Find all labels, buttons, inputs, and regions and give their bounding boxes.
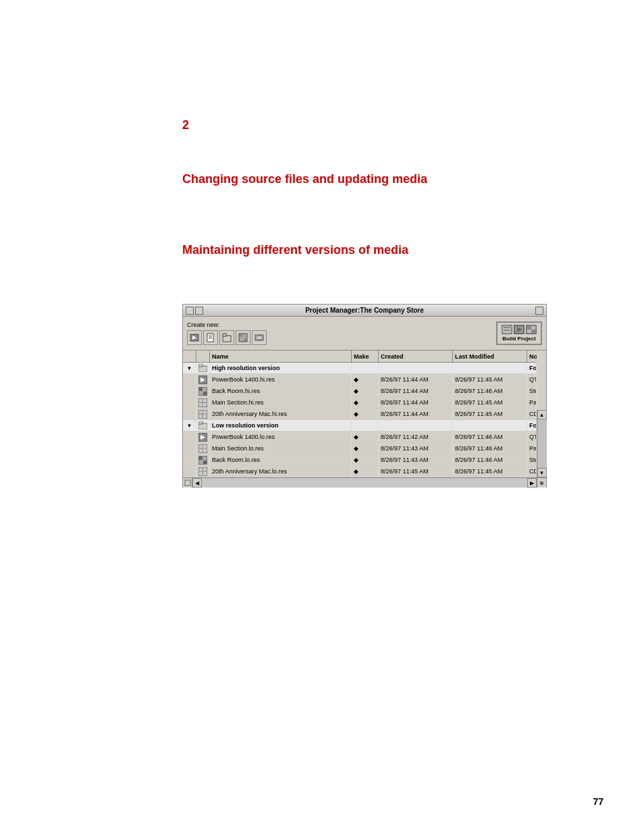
group-2-make <box>352 420 379 431</box>
zoom-button[interactable] <box>195 307 203 315</box>
row-3-name: Main Section.hi.res <box>210 397 352 408</box>
svg-rect-42 <box>199 457 203 460</box>
row-2-created: 8/26/97 11:44 AM <box>379 386 453 396</box>
row-6-make: ◆ <box>352 443 379 454</box>
table-row: Back Room.hi.res ◆ 8/26/97 11:44 AM 8/26… <box>183 386 537 397</box>
build-project-button[interactable]: Build Project <box>496 321 542 345</box>
col-make: Make <box>352 350 379 362</box>
col-name: Name <box>210 350 352 362</box>
bottom-bar: ◀ ▶ ⊕ <box>183 477 546 487</box>
scroll-right-button[interactable]: ▶ <box>527 478 537 488</box>
create-new-label: Create new: <box>187 321 267 328</box>
row-6-notes: Panorama of main part of store <box>527 443 537 454</box>
row-4-created: 8/26/97 11:44 AM <box>379 409 453 419</box>
group-1-modified <box>453 363 527 373</box>
scroll-up-button[interactable]: ▲ <box>537 410 547 419</box>
row-4-icon <box>196 409 210 419</box>
group-1-expand[interactable]: ▼ <box>183 363 196 373</box>
svg-rect-27 <box>203 392 207 395</box>
row-5-expand <box>183 432 196 442</box>
col-icon <box>196 350 210 362</box>
row-2-name: Back Room.hi.res <box>210 386 352 396</box>
group-2-expand[interactable]: ▼ <box>183 420 196 431</box>
resize-button[interactable] <box>535 307 543 315</box>
scroll-left-button[interactable]: ◀ <box>192 478 202 488</box>
build-icon-3 <box>526 325 537 334</box>
table-row: Back Room.lo.res ◆ 8/26/97 11:43 AM 8/26… <box>183 454 537 466</box>
group-1-icon <box>196 363 210 373</box>
close-button[interactable] <box>186 307 194 315</box>
col-modified: Last Modified <box>453 350 527 362</box>
table-row: PowerBook 1400.lo.res ◆ 8/26/97 11:42 AM… <box>183 432 537 443</box>
toolbar: Create new: <box>183 317 546 350</box>
row-3-icon <box>196 397 210 408</box>
new-movie-icon[interactable] <box>187 330 202 345</box>
row-6-created: 8/26/97 11:43 AM <box>379 443 453 454</box>
new-scene-icon[interactable] <box>236 330 250 345</box>
svg-rect-26 <box>199 388 203 391</box>
svg-rect-14 <box>504 327 510 328</box>
vertical-scrollbar[interactable]: ▲ ▼ <box>537 410 546 477</box>
bottom-left-icon <box>183 478 192 488</box>
row-4-modified: 8/26/97 11:45 AM <box>453 409 527 419</box>
row-1-modified: 8/26/97 11:45 AM <box>453 374 527 385</box>
window-title: Project Manager:The Company Store <box>305 307 424 314</box>
row-5-icon <box>196 432 210 442</box>
row-7-make: ◆ <box>352 454 379 465</box>
group-2-notes: For distribution over the Web <box>527 420 537 431</box>
row-4-notes: CD door opens and closes <box>527 409 537 419</box>
row-8-notes: CD door opens and closes <box>527 466 537 477</box>
svg-rect-15 <box>504 330 510 331</box>
new-folder-icon[interactable] <box>219 330 234 345</box>
title-bar-controls <box>186 307 203 315</box>
row-6-name: Main Section.lo.res <box>210 443 352 454</box>
scroll-track-h <box>202 478 527 488</box>
svg-point-10 <box>244 338 246 341</box>
chapter-number: 2 <box>182 118 189 132</box>
row-5-make: ◆ <box>352 432 379 442</box>
table-header: Name Make Created Last Modified Notes <box>183 350 537 363</box>
row-8-make: ◆ <box>352 466 379 477</box>
row-4-make: ◆ <box>352 409 379 419</box>
row-4-expand <box>183 409 196 419</box>
row-5-modified: 8/26/97 11:46 AM <box>453 432 527 442</box>
table-row: PowerBook 1400.hi.res ◆ 8/26/97 11:44 AM… <box>183 374 537 386</box>
group-1-created <box>379 363 453 373</box>
row-7-modified: 8/26/97 11:46 AM <box>453 454 527 465</box>
project-manager-window: Project Manager:The Company Store Create… <box>182 304 547 488</box>
row-2-expand <box>183 386 196 396</box>
svg-rect-7 <box>223 334 226 336</box>
table-area: Name Make Created Last Modified Notes ▼ <box>183 350 546 477</box>
row-3-modified: 8/26/97 11:45 AM <box>453 397 527 408</box>
row-8-icon <box>196 466 210 477</box>
svg-rect-20 <box>531 330 535 334</box>
row-2-modified: 8/26/97 11:46 AM <box>453 386 527 396</box>
col-notes: Notes <box>527 350 537 362</box>
row-3-created: 8/26/97 11:44 AM <box>379 397 453 408</box>
row-4-name: 20th Anniversary Mac.hi.res <box>210 409 352 419</box>
group-2-modified <box>453 420 527 431</box>
row-6-icon <box>196 443 210 454</box>
build-project-label: Build Project <box>502 336 535 342</box>
row-8-name: 20th Anniversary Mac.lo.res <box>210 466 352 477</box>
row-2-make: ◆ <box>352 386 379 396</box>
new-pano-icon[interactable] <box>252 330 267 345</box>
row-6-modified: 8/26/97 11:46 AM <box>453 443 527 454</box>
table-body: ▼ High resolution version For distributi… <box>183 363 537 477</box>
table-row: 20th Anniversary Mac.lo.res ◆ 8/26/97 11… <box>183 466 537 477</box>
table-wrapper: Name Make Created Last Modified Notes ▼ <box>183 350 546 487</box>
row-7-created: 8/26/97 11:43 AM <box>379 454 453 465</box>
scroll-corner: ⊕ <box>537 478 546 488</box>
svg-rect-35 <box>198 421 203 424</box>
row-3-expand <box>183 397 196 408</box>
new-doc-icon[interactable] <box>203 330 218 345</box>
svg-rect-19 <box>527 325 531 330</box>
group-2-icon <box>196 420 210 431</box>
title-bar: Project Manager:The Company Store <box>183 305 546 317</box>
build-icon-1 <box>502 325 512 334</box>
table-row: Main Section.lo.res ◆ 8/26/97 11:43 AM 8… <box>183 443 537 454</box>
svg-rect-2 <box>207 334 213 342</box>
scroll-down-button[interactable]: ▼ <box>537 468 547 477</box>
group-1-header: ▼ High resolution version For distributi… <box>183 363 537 374</box>
row-2-icon <box>196 386 210 396</box>
